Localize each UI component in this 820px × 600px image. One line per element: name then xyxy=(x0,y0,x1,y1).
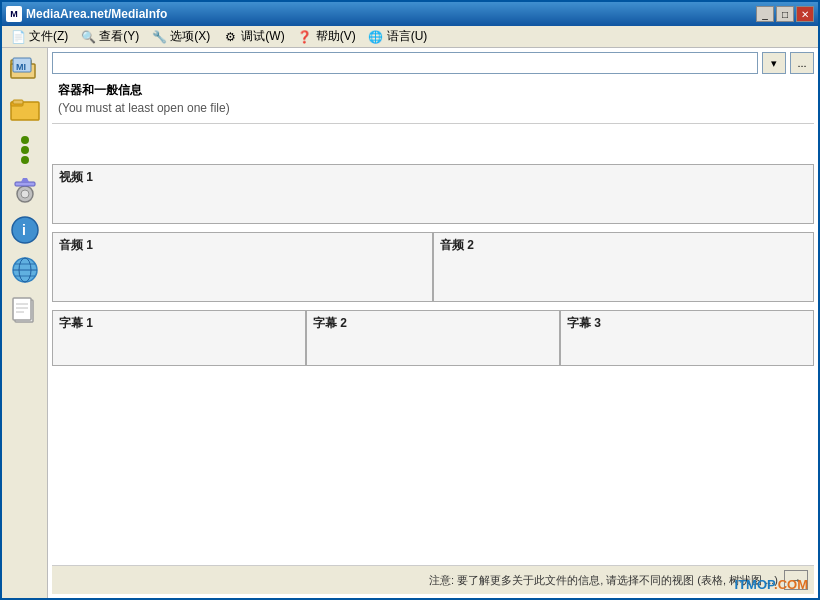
svg-rect-10 xyxy=(15,182,35,186)
view-icon: 🔍 xyxy=(80,29,96,45)
sidebar-info[interactable]: i xyxy=(7,212,43,248)
notice-text: 注意: 要了解更多关于此文件的信息, 请选择不同的视图 (表格, 树状图 ...… xyxy=(429,573,778,588)
spacer-1 xyxy=(52,124,814,164)
lang-icon: 🌐 xyxy=(368,29,384,45)
sidebar-network[interactable] xyxy=(7,252,43,288)
sidebar: MI xyxy=(2,48,48,598)
close-button[interactable]: ✕ xyxy=(796,6,814,22)
dropdown-button[interactable]: ▾ xyxy=(762,52,786,74)
sidebar-open-file[interactable]: MI xyxy=(7,52,43,88)
window-title: MediaArea.net/MediaInfo xyxy=(26,7,167,21)
svg-point-9 xyxy=(21,190,29,198)
menu-options[interactable]: 🔧 选项(X) xyxy=(145,26,216,47)
audio-panel-1-label: 音频 1 xyxy=(59,237,426,254)
sidebar-settings[interactable] xyxy=(7,172,43,208)
spacer-2 xyxy=(52,224,814,232)
video-panel-1: 视频 1 xyxy=(52,164,814,224)
video-panel-label: 视频 1 xyxy=(59,169,807,186)
general-section: 容器和一般信息 (You must at least open one file… xyxy=(52,78,814,124)
svg-rect-7 xyxy=(13,100,23,104)
menu-help[interactable]: ❓ 帮助(V) xyxy=(291,26,362,47)
subtitle-panel-2-label: 字幕 2 xyxy=(313,315,553,332)
watermark-part1: ITMOP xyxy=(735,577,775,592)
audio-row: 音频 1 音频 2 xyxy=(52,232,814,302)
minimize-button[interactable]: _ xyxy=(756,6,774,22)
menu-bar: 📄 文件(Z) 🔍 查看(Y) 🔧 选项(X) ⚙ 调试(W) ❓ 帮助(V) … xyxy=(2,26,818,48)
menu-help-label: 帮助(V) xyxy=(316,28,356,45)
general-title: 容器和一般信息 xyxy=(58,82,808,99)
main-window: M MediaArea.net/MediaInfo _ □ ✕ 📄 文件(Z) … xyxy=(0,0,820,600)
notice-bar: 注意: 要了解更多关于此文件的信息, 请选择不同的视图 (表格, 树状图 ...… xyxy=(52,565,814,594)
audio-panel-1: 音频 1 xyxy=(52,232,433,302)
audio-panel-2-label: 音频 2 xyxy=(440,237,807,254)
watermark: ITMOP.COM xyxy=(735,577,808,592)
toolbar-row: ▾ ... xyxy=(52,52,814,74)
file-icon: 📄 xyxy=(10,29,26,45)
subtitle-panel-1-label: 字幕 1 xyxy=(59,315,299,332)
path-input[interactable] xyxy=(52,52,758,74)
title-bar: M MediaArea.net/MediaInfo _ □ ✕ xyxy=(2,2,818,26)
svg-marker-11 xyxy=(21,178,29,182)
content-area: ▾ ... 容器和一般信息 (You must at least open on… xyxy=(48,48,818,598)
main-area: MI xyxy=(2,48,818,598)
flex-spacer xyxy=(52,366,814,565)
title-buttons: _ □ ✕ xyxy=(756,6,814,22)
help-icon: ❓ xyxy=(297,29,313,45)
subtitle-panel-2: 字幕 2 xyxy=(306,310,560,366)
maximize-button[interactable]: □ xyxy=(776,6,794,22)
subtitle-row: 字幕 1 字幕 2 字幕 3 xyxy=(52,310,814,366)
extra-button[interactable]: ... xyxy=(790,52,814,74)
subtitle-panel-1: 字幕 1 xyxy=(52,310,306,366)
subtitle-panel-3-label: 字幕 3 xyxy=(567,315,807,332)
watermark-part2: .COM xyxy=(774,577,808,592)
menu-view-label: 查看(Y) xyxy=(99,28,139,45)
svg-text:i: i xyxy=(22,222,26,238)
title-bar-left: M MediaArea.net/MediaInfo xyxy=(6,6,167,22)
svg-rect-20 xyxy=(13,298,31,320)
video-row: 视频 1 xyxy=(52,164,814,224)
svg-text:MI: MI xyxy=(16,62,26,72)
menu-view[interactable]: 🔍 查看(Y) xyxy=(74,26,145,47)
subtitle-panel-3: 字幕 3 xyxy=(560,310,814,366)
menu-options-label: 选项(X) xyxy=(170,28,210,45)
spacer-3 xyxy=(52,302,814,310)
general-subtitle: (You must at least open one file) xyxy=(58,101,808,115)
menu-debug-label: 调试(W) xyxy=(241,28,284,45)
menu-lang[interactable]: 🌐 语言(U) xyxy=(362,26,434,47)
audio-panel-2: 音频 2 xyxy=(433,232,814,302)
options-icon: 🔧 xyxy=(151,29,167,45)
menu-file[interactable]: 📄 文件(Z) xyxy=(4,26,74,47)
sidebar-open-folder[interactable] xyxy=(7,92,43,128)
app-icon: M xyxy=(6,6,22,22)
menu-lang-label: 语言(U) xyxy=(387,28,428,45)
sidebar-pages[interactable] xyxy=(7,292,43,328)
menu-file-label: 文件(Z) xyxy=(29,28,68,45)
info-section: 容器和一般信息 (You must at least open one file… xyxy=(52,78,814,565)
sidebar-bullets xyxy=(21,136,29,164)
debug-icon: ⚙ xyxy=(222,29,238,45)
menu-debug[interactable]: ⚙ 调试(W) xyxy=(216,26,290,47)
